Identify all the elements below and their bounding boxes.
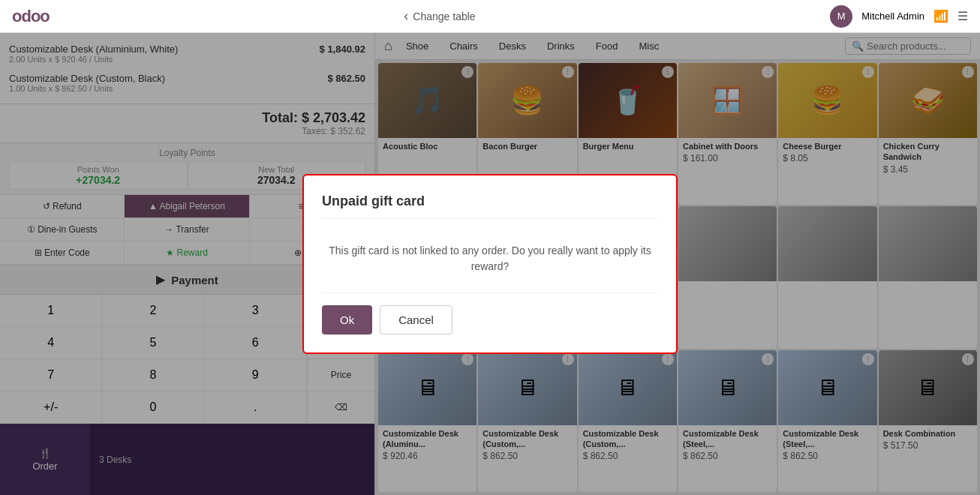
modal-dialog: Unpaid gift card This gift card is not l… <box>302 174 678 354</box>
topbar-right: M Mitchell Admin 📶 ☰ <box>830 5 968 28</box>
change-table-button[interactable]: ‹ Change table <box>404 8 475 24</box>
menu-icon[interactable]: ☰ <box>957 9 968 23</box>
modal-title: Unpaid gift card <box>322 194 658 219</box>
modal-overlay: Unpaid gift card This gift card is not l… <box>0 33 980 495</box>
back-icon: ‹ <box>404 8 408 24</box>
user-avatar: M <box>830 5 852 28</box>
topbar: odoo ‹ Change table M Mitchell Admin 📶 ☰ <box>0 0 980 33</box>
main-layout: Customizable Desk (Aluminium, White) $ 1… <box>0 33 980 495</box>
topbar-left: odoo <box>12 7 50 26</box>
user-name: Mitchell Admin <box>861 10 924 22</box>
modal-body: This gift card is not linked to any orde… <box>322 231 658 293</box>
modal-footer: Ok Cancel <box>322 305 658 334</box>
modal-ok-button[interactable]: Ok <box>322 305 372 334</box>
modal-cancel-button[interactable]: Cancel <box>380 305 452 334</box>
wifi-icon: 📶 <box>933 9 948 23</box>
change-table-label: Change table <box>413 10 475 22</box>
odoo-logo: odoo <box>12 7 50 26</box>
